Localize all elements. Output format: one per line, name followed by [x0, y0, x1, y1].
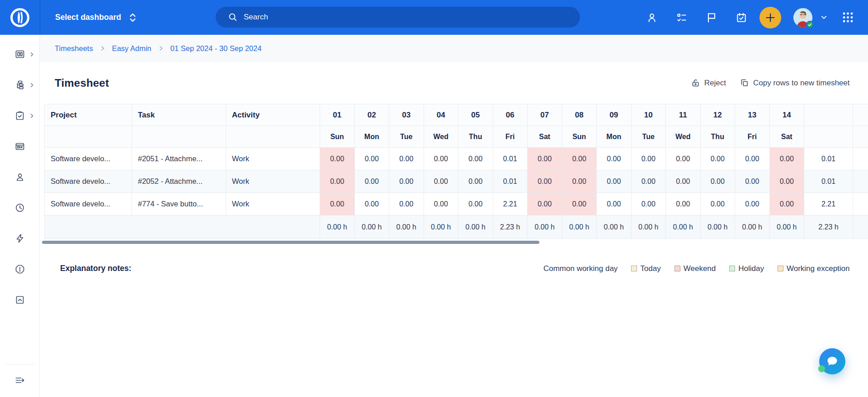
search-input[interactable]: [244, 13, 571, 22]
sidebar-item-dashboards[interactable]: [0, 49, 39, 60]
day-hours-cell[interactable]: 0.00: [320, 193, 355, 215]
day-hours-cell[interactable]: 0.00: [631, 170, 666, 193]
day-hours-cell[interactable]: 0.00: [389, 148, 424, 170]
chat-launcher-button[interactable]: [819, 348, 845, 374]
dashboard-icon: [14, 49, 25, 60]
chat-bubble-icon: [826, 355, 839, 368]
legend-swatch: [675, 266, 680, 271]
day-hours-cell[interactable]: 0.00: [597, 170, 632, 193]
day-hours-cell[interactable]: 0.00: [389, 193, 424, 215]
day-hours-cell[interactable]: 0.00: [354, 193, 389, 215]
breadcrumb-item[interactable]: Easy Admin: [112, 44, 151, 53]
collapse-sidebar-button[interactable]: [5, 364, 35, 397]
activity-cell[interactable]: Work: [226, 148, 320, 170]
row-total-cell: 0.01: [804, 170, 853, 193]
activity-cell[interactable]: Work: [226, 170, 320, 193]
dashboard-selector[interactable]: Select dashboard: [55, 13, 137, 23]
day-hours-cell[interactable]: 0.00: [458, 193, 493, 215]
top-header: Select dashboard: [0, 0, 868, 35]
day-hours-cell[interactable]: 0.00: [597, 148, 632, 170]
search-icon: [228, 12, 238, 22]
reject-button[interactable]: Reject: [691, 78, 726, 88]
day-hours-cell[interactable]: 0.00: [631, 148, 666, 170]
task-cell[interactable]: #774 - Save butto...: [132, 193, 226, 215]
sidebar-item-people[interactable]: [0, 172, 39, 182]
day-hours-cell[interactable]: 0.00: [320, 148, 355, 170]
day-hours-cell[interactable]: 0.00: [597, 193, 632, 215]
day-hours-cell[interactable]: 0.00: [700, 193, 735, 215]
flag-icon[interactable]: [706, 12, 717, 23]
global-search[interactable]: [216, 7, 580, 28]
breadcrumb-item[interactable]: 01 Sep 2024 - 30 Sep 2024: [170, 44, 262, 53]
legend-item: Holiday: [729, 264, 764, 273]
chevron-down-icon[interactable]: [821, 14, 827, 21]
sidebar-item-alerts[interactable]: [0, 264, 39, 275]
sort-chevrons-icon: [129, 13, 137, 23]
day-hours-cell[interactable]: 0.01: [493, 170, 528, 193]
day-hours-cell[interactable]: 0.00: [735, 148, 770, 170]
apps-grid-icon[interactable]: [842, 11, 854, 23]
day-hours-cell[interactable]: 0.00: [458, 170, 493, 193]
day-hours-cell[interactable]: 0.00: [528, 148, 562, 170]
breadcrumb-item[interactable]: Timesheets: [55, 44, 93, 53]
page-title: Timesheet: [55, 77, 109, 89]
day-hours-cell[interactable]: 0.01: [493, 148, 528, 170]
day-hours-cell[interactable]: 0.00: [528, 170, 562, 193]
logo-icon: [9, 7, 30, 28]
row-total-cell: 0.01: [804, 148, 853, 170]
day-hours-cell[interactable]: 0.00: [666, 193, 701, 215]
task-cell[interactable]: #2052 - Attachme...: [132, 170, 226, 193]
day-hours-cell[interactable]: 0.00: [666, 148, 701, 170]
legend-swatch: [631, 266, 637, 271]
day-hours-cell[interactable]: 0.00: [562, 170, 597, 193]
day-hours-cell[interactable]: 0.00: [735, 170, 770, 193]
user-icon: [14, 172, 25, 182]
timesheet-row: Software develo...#2051 - Attachme...Wor…: [45, 148, 868, 170]
sidebar-item-boards[interactable]: [0, 141, 39, 152]
activity-cell[interactable]: Work: [226, 193, 320, 215]
sidebar-item-quick-actions[interactable]: [0, 233, 39, 244]
app-logo[interactable]: [0, 0, 40, 35]
day-hours-cell[interactable]: 0.00: [389, 170, 424, 193]
day-name-header: Wed: [666, 126, 701, 148]
sidebar-item-time[interactable]: [0, 202, 39, 213]
calendar-icon[interactable]: [736, 12, 747, 23]
project-cell[interactable]: Software develo...: [45, 170, 132, 193]
day-number-header: 04: [424, 104, 458, 126]
project-cell[interactable]: Software develo...: [45, 193, 132, 215]
day-hours-cell[interactable]: 0.00: [424, 193, 458, 215]
legend-label: Working exception: [787, 264, 850, 273]
task-cell[interactable]: #2051 - Attachme...: [132, 148, 226, 170]
day-hours-cell[interactable]: 0.00: [666, 170, 701, 193]
day-hours-cell[interactable]: 0.00: [735, 193, 770, 215]
checklist-icon[interactable]: [676, 12, 688, 23]
day-hours-cell[interactable]: 0.00: [458, 148, 493, 170]
day-hours-cell[interactable]: 0.00: [562, 193, 597, 215]
day-hours-cell[interactable]: 0.00: [424, 148, 458, 170]
day-hours-cell[interactable]: 0.00: [424, 170, 458, 193]
collapse-sidebar-icon: [14, 374, 26, 386]
day-hours-cell[interactable]: 0.00: [769, 193, 804, 215]
horizontal-scrollbar-thumb[interactable]: [42, 241, 539, 244]
add-button[interactable]: [760, 7, 781, 28]
day-hours-cell[interactable]: 0.00: [354, 170, 389, 193]
day-hours-cell[interactable]: 0.00: [631, 193, 666, 215]
day-name-header: Tue: [631, 126, 666, 148]
day-hours-cell[interactable]: 2.21: [493, 193, 528, 215]
day-hours-cell[interactable]: 0.00: [700, 148, 735, 170]
day-hours-cell[interactable]: 0.00: [354, 148, 389, 170]
sidebar-item-updates[interactable]: [0, 294, 39, 305]
day-hours-cell[interactable]: 0.00: [700, 170, 735, 193]
user-icon[interactable]: [646, 12, 658, 23]
day-hours-cell[interactable]: 0.00: [769, 148, 804, 170]
day-hours-cell[interactable]: 0.00: [562, 148, 597, 170]
app-window: Select dashboard: [0, 0, 868, 397]
project-cell[interactable]: Software develo...: [45, 148, 132, 170]
day-hours-cell[interactable]: 0.00: [320, 170, 355, 193]
avatar[interactable]: [793, 8, 812, 27]
sidebar-item-projects[interactable]: [0, 79, 39, 90]
day-hours-cell[interactable]: 0.00: [528, 193, 562, 215]
sidebar-item-tasks[interactable]: [0, 110, 39, 121]
day-hours-cell[interactable]: 0.00: [769, 170, 804, 193]
copy-rows-button[interactable]: Copy rows to new timesheet: [740, 78, 850, 88]
